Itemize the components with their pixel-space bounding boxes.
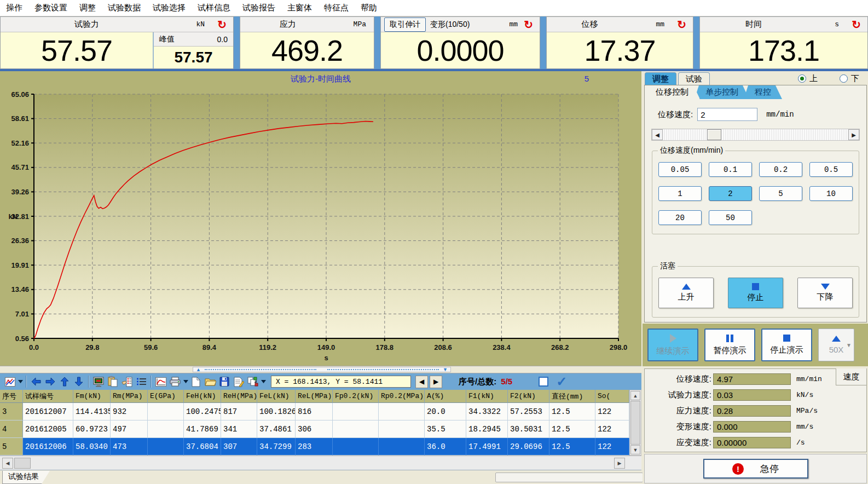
column-header[interactable]: Rm(MPa): [111, 390, 148, 403]
refresh-icon[interactable]: ↻: [852, 19, 861, 30]
collapse-down-icon[interactable]: ▼: [443, 367, 448, 372]
speed-preset-button-0.5[interactable]: 0.5: [809, 162, 853, 177]
table-row[interactable]: 420161200560.972349741.786934137.4861306…: [0, 420, 629, 438]
column-header[interactable]: 直径(mm): [549, 390, 595, 403]
dropdown-caret-icon[interactable]: [182, 380, 189, 383]
scroll-up-icon[interactable]: ▲: [630, 391, 640, 400]
speed-preset-button-50[interactable]: 50: [709, 210, 752, 225]
tab-test-results[interactable]: 试验结果: [2, 471, 50, 484]
column-header[interactable]: A(%): [425, 390, 466, 403]
speed-preset-button-10[interactable]: 10: [809, 186, 853, 201]
list-icon[interactable]: [134, 375, 148, 388]
menu-item-参数设置[interactable]: 参数设置: [28, 3, 73, 13]
refresh-icon[interactable]: ↻: [217, 19, 227, 30]
speed-preset-button-2[interactable]: 2: [709, 186, 752, 201]
dropdown-caret-icon[interactable]: ▼: [846, 342, 852, 348]
column-header[interactable]: FeL(kN): [257, 390, 296, 403]
dropdown-caret-icon[interactable]: [260, 380, 267, 383]
speed-preset-button-0.1[interactable]: 0.1: [709, 162, 752, 177]
scroll-down-icon[interactable]: ▼: [630, 445, 640, 454]
column-header[interactable]: F2(kN): [508, 390, 549, 403]
menu-item-特征点[interactable]: 特征点: [318, 3, 355, 13]
piston-up-button[interactable]: 上升: [658, 278, 714, 308]
arrow-right-icon[interactable]: [43, 375, 57, 388]
speed-preset-button-20[interactable]: 20: [658, 210, 702, 225]
emergency-stop-button[interactable]: ! 急停: [703, 459, 808, 479]
dropdown-caret-icon[interactable]: [17, 380, 24, 383]
printer-icon[interactable]: [168, 375, 182, 388]
column-header[interactable]: F1(kN): [466, 390, 508, 403]
next-record-button[interactable]: ▶: [430, 376, 442, 388]
resume-demo-button[interactable]: 继续演示: [647, 329, 698, 361]
column-header[interactable]: ReH(MPa): [221, 390, 257, 403]
radio-up[interactable]: 上: [798, 73, 818, 84]
scroll-left-icon[interactable]: ◀: [2, 458, 13, 469]
curve-view-icon[interactable]: [154, 375, 168, 388]
scroll-right-icon[interactable]: ▶: [614, 458, 625, 469]
menu-item-试样信息[interactable]: 试样信息: [192, 3, 236, 13]
slider-left-icon[interactable]: ◀: [652, 129, 663, 140]
stop-demo-button[interactable]: 停止演示: [761, 329, 812, 361]
table-vertical-scrollbar[interactable]: ▲ ▼: [629, 390, 641, 456]
arrow-up-icon[interactable]: [57, 375, 72, 388]
tab-adjust[interactable]: 调整: [645, 72, 676, 85]
collapse-up-icon[interactable]: ▲: [196, 367, 201, 372]
splitter-handle[interactable]: ▲ ▼: [193, 367, 451, 372]
piston-stop-button[interactable]: 停止: [728, 278, 783, 308]
speed-preset-button-0.2[interactable]: 0.2: [759, 162, 802, 177]
new-document-icon[interactable]: [189, 375, 203, 388]
table-row[interactable]: 3201612007114.4135932100.2475817100.1826…: [0, 403, 629, 420]
column-header[interactable]: FeH(kN): [184, 390, 221, 403]
radio-down[interactable]: 下: [840, 73, 859, 84]
report-icon[interactable]: [232, 375, 246, 388]
menu-item-主窗体[interactable]: 主窗体: [281, 3, 318, 13]
table-row[interactable]: 520161200658.034047337.680430734.7299283…: [0, 438, 629, 456]
menu-item-操作[interactable]: 操作: [0, 3, 28, 13]
arrow-down-icon[interactable]: [72, 375, 86, 388]
column-header[interactable]: Fp0.2(kN): [333, 390, 379, 403]
tab-test[interactable]: 试验: [678, 72, 710, 85]
tab-displacement-control[interactable]: 位移控制: [645, 85, 700, 99]
speed-preset-button-5[interactable]: 5: [759, 186, 802, 201]
paste-icon[interactable]: [106, 375, 120, 388]
tab-step-control[interactable]: 单步控制: [695, 85, 749, 99]
column-header[interactable]: Rp0.2(MPa): [379, 390, 425, 403]
piston-group-title: 活塞: [658, 261, 678, 271]
speed-preset-button-1[interactable]: 1: [658, 186, 702, 201]
table-horizontal-scrollbar[interactable]: ◀ ▶: [0, 456, 641, 470]
monitor-icon[interactable]: [91, 375, 106, 388]
menu-item-帮助[interactable]: 帮助: [355, 3, 383, 13]
speed-slider[interactable]: ◀ ▶: [651, 129, 860, 141]
column-header[interactable]: 试样编号: [23, 390, 73, 403]
refresh-icon[interactable]: ↻: [524, 19, 533, 30]
hand-list-icon[interactable]: [120, 375, 134, 388]
curve-style-icon[interactable]: [3, 375, 17, 388]
column-header[interactable]: 序号: [0, 390, 23, 403]
column-header[interactable]: E(GPa): [148, 390, 184, 403]
select-checkbox[interactable]: [539, 377, 548, 387]
checkmark-icon[interactable]: ✓: [556, 375, 567, 388]
slider-right-icon[interactable]: ▶: [848, 129, 859, 140]
speed-preset-button-0.05[interactable]: 0.05: [658, 162, 702, 177]
export-icon[interactable]: [246, 375, 260, 388]
menu-item-调整[interactable]: 调整: [73, 3, 102, 13]
tab-speed[interactable]: 速度: [836, 368, 866, 385]
save-icon[interactable]: [217, 375, 232, 388]
column-header[interactable]: So(: [595, 390, 629, 403]
column-header[interactable]: Fm(kN): [73, 390, 111, 403]
column-header[interactable]: ReL(MPa): [296, 390, 333, 403]
slider-thumb[interactable]: [707, 129, 721, 140]
menu-item-试验数据[interactable]: 试验数据: [102, 3, 147, 13]
menu-item-试验报告[interactable]: 试验报告: [236, 3, 281, 13]
pause-demo-button[interactable]: 暂停演示: [704, 329, 755, 361]
piston-down-button[interactable]: 下降: [797, 278, 853, 308]
demo-speed-button[interactable]: 50X ▼: [818, 329, 854, 361]
speed-input[interactable]: [697, 108, 757, 121]
open-folder-icon[interactable]: [203, 375, 217, 388]
extensometer-button[interactable]: 取引伸计: [384, 18, 426, 32]
menu-item-试验选择[interactable]: 试验选择: [147, 3, 192, 13]
prev-record-button[interactable]: ◀: [415, 376, 428, 388]
refresh-icon[interactable]: ↻: [677, 19, 686, 30]
arrow-left-icon[interactable]: [29, 375, 43, 388]
tab-program-control[interactable]: 程控: [744, 85, 782, 99]
